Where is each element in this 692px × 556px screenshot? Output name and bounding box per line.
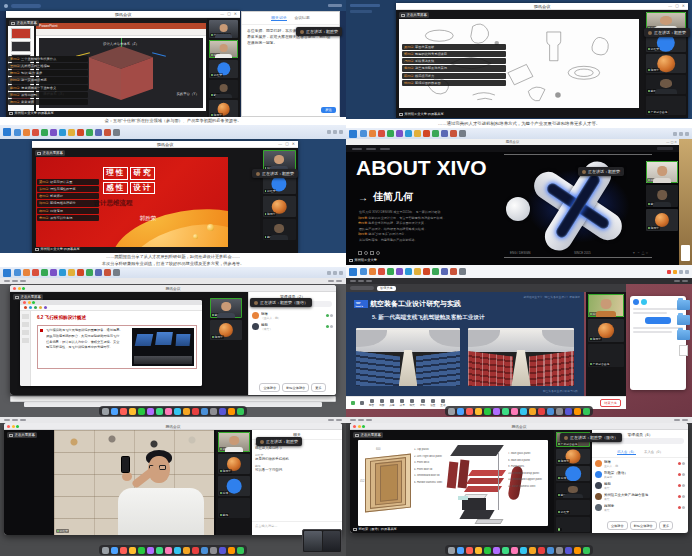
participant-video-tile[interactable]: 聪琳: [646, 161, 678, 183]
taskbar-app-icon[interactable]: [396, 130, 403, 137]
mic-control[interactable]: [351, 401, 355, 405]
dock-app-icon[interactable]: [547, 408, 554, 415]
taskbar-app-icon[interactable]: [378, 268, 385, 275]
taskbar-app-icon[interactable]: [59, 269, 66, 276]
dock-app-icon[interactable]: [466, 547, 473, 554]
dock-app-icon[interactable]: [147, 547, 154, 554]
taskbar-app-icon[interactable]: [23, 129, 30, 136]
window-controls[interactable]: — ▢ ✕: [666, 140, 677, 144]
taskbar-app-icon[interactable]: [441, 268, 448, 275]
dock-app-icon[interactable]: [556, 547, 563, 554]
participant-video-tile[interactable]: 郭胜荣: [209, 60, 238, 78]
dock-app-icon[interactable]: [138, 547, 145, 554]
window-controls[interactable]: — ▢ ✕: [278, 141, 296, 148]
folder-icon[interactable]: [677, 300, 690, 310]
participant-video-tile[interactable]: 聪琳: [588, 294, 624, 317]
nav-item[interactable]: [352, 148, 362, 150]
taskbar-app-icon[interactable]: [50, 129, 57, 136]
taskbar-app-icon[interactable]: [387, 268, 394, 275]
dock-app-icon[interactable]: [583, 547, 590, 554]
dock-app-icon[interactable]: [174, 408, 181, 415]
participant-video-tile[interactable]: 鲍懿: [646, 185, 678, 207]
dock-app-icon[interactable]: [111, 547, 118, 554]
ppt-slide-sidebar[interactable]: [20, 311, 31, 386]
taskbar-app-icon[interactable]: [378, 130, 385, 137]
taskbar-app-icon[interactable]: [414, 268, 421, 275]
folder-icon[interactable]: [677, 330, 690, 340]
dock-app-icon[interactable]: [493, 547, 500, 554]
participant-video-tile[interactable]: 魏同学: [556, 449, 590, 464]
taskbar-app-icon[interactable]: [59, 129, 66, 136]
bookmark-item[interactable]: [350, 10, 372, 13]
dock-app-icon[interactable]: [174, 547, 181, 554]
taskbar-app-icon[interactable]: [14, 269, 21, 276]
dock-app-icon[interactable]: [529, 408, 536, 415]
window-controls[interactable]: — ▢ ✕: [668, 3, 686, 10]
participant-video-tile[interactable]: 魏同学: [209, 100, 238, 118]
dock-app-icon[interactable]: [529, 547, 536, 554]
slide-thumbnail[interactable]: [11, 41, 31, 52]
dock-app-icon[interactable]: [192, 408, 199, 415]
participant-video-tile[interactable]: 产教融合基地: [209, 20, 238, 38]
taskbar-app-icon[interactable]: [387, 130, 394, 137]
toolbar-button[interactable]: 视频: [379, 399, 384, 408]
member-row[interactable]: 郑州轻工业大学产教融合基地来宾: [592, 491, 688, 502]
start-button[interactable]: [3, 269, 11, 277]
toolbar-button[interactable]: 聊天: [410, 399, 415, 408]
system-tray[interactable]: [673, 132, 689, 136]
participant-video-tile[interactable]: 魏同学: [588, 319, 624, 342]
participant-video-tile[interactable]: 郭胜荣: [218, 432, 250, 452]
participant-video-tile[interactable]: 魏同学: [646, 209, 678, 231]
dock-app-icon[interactable]: [511, 547, 518, 554]
participant-video-tile[interactable]: [556, 517, 590, 532]
dock-app-icon[interactable]: [475, 547, 482, 554]
taskbar-app-icon[interactable]: [360, 130, 367, 137]
dock-app-icon[interactable]: [493, 408, 500, 415]
dock-app-icon[interactable]: [574, 408, 581, 415]
dock-app-icon[interactable]: [165, 408, 172, 415]
participant-video-tile[interactable]: 聪琳: [556, 466, 590, 481]
participant-video-tile[interactable]: 郭胜荣: [556, 500, 590, 515]
browser-icon[interactable]: [4, 4, 8, 8]
traffic-light-buttons[interactable]: [7, 425, 19, 428]
start-button[interactable]: [3, 128, 11, 136]
dock-app-icon[interactable]: [475, 408, 482, 415]
dock-app-icon[interactable]: [210, 547, 217, 554]
tab-joined[interactable]: 已入会（6）: [617, 450, 636, 455]
dock-app-icon[interactable]: [484, 547, 491, 554]
dock-app-icon[interactable]: [219, 408, 226, 415]
taskbar-app-icon[interactable]: [369, 268, 376, 275]
dock-app-icon[interactable]: [237, 408, 244, 415]
participant-video-tile[interactable]: 鲍懿: [210, 298, 242, 318]
taskbar-app-icon[interactable]: [423, 130, 430, 137]
nav-item[interactable]: [380, 148, 390, 150]
participant-video-tile[interactable]: 鲍懿: [556, 483, 590, 498]
dock-app-icon[interactable]: [574, 547, 581, 554]
participant-video-tile[interactable]: 魏同学: [218, 454, 250, 474]
participant-video-tile[interactable]: 鲍懿: [646, 75, 686, 94]
send-button[interactable]: 发送: [321, 107, 336, 113]
slide-thumbnail[interactable]: [11, 28, 31, 39]
document-icon[interactable]: [679, 345, 688, 356]
nav-item[interactable]: [366, 148, 376, 150]
system-tray[interactable]: [667, 270, 689, 274]
member-action-button[interactable]: 更多: [311, 383, 325, 392]
dock-app-icon[interactable]: [120, 547, 127, 554]
dock-app-icon[interactable]: [556, 408, 563, 415]
dock-app-icon[interactable]: [102, 547, 109, 554]
taskbar-app-icon[interactable]: [113, 269, 120, 276]
taskbar-app-icon[interactable]: [86, 269, 93, 276]
dock-app-icon[interactable]: [201, 547, 208, 554]
participant-video-tile[interactable]: 聪琳: [218, 476, 250, 496]
dock-app-icon[interactable]: [129, 408, 136, 415]
system-tray[interactable]: [327, 130, 343, 134]
dock-app-icon[interactable]: [228, 408, 235, 415]
taskbar-app-icon[interactable]: [77, 129, 84, 136]
taskbar-app-icon[interactable]: [14, 129, 21, 136]
chat-tab[interactable]: 会议纪要: [295, 15, 310, 21]
taskbar-app-icon[interactable]: [459, 268, 466, 275]
dock-app-icon[interactable]: [538, 408, 545, 415]
participant-video-tile[interactable]: 聪琳: [263, 150, 296, 171]
dock-app-icon[interactable]: [111, 408, 118, 415]
dock-app-icon[interactable]: [228, 547, 235, 554]
